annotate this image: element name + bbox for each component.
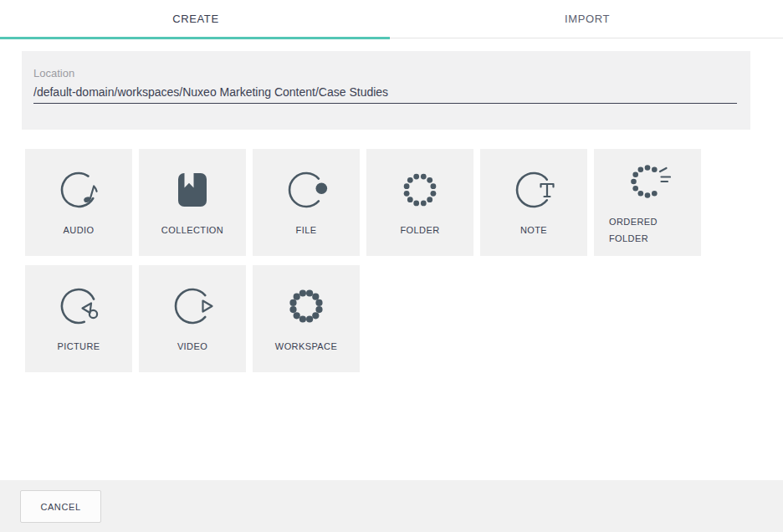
doc-type-grid: AUDIO COLLECTION FILE bbox=[25, 149, 783, 372]
footer-bar: CANCEL bbox=[0, 480, 783, 532]
tile-workspace[interactable]: WORKSPACE bbox=[253, 265, 360, 372]
tile-label: PICTURE bbox=[57, 338, 100, 355]
audio-icon bbox=[55, 166, 102, 213]
tile-ordered-folder[interactable]: ORDERED FOLDER bbox=[594, 149, 701, 256]
collection-icon bbox=[169, 166, 216, 213]
tile-picture[interactable]: PICTURE bbox=[25, 265, 132, 372]
folder-icon bbox=[397, 166, 443, 213]
tab-bar: CREATE IMPORT bbox=[0, 0, 783, 38]
tile-label: WORKSPACE bbox=[275, 338, 337, 355]
tile-label: VIDEO bbox=[177, 338, 207, 355]
tile-label: NOTE bbox=[520, 222, 547, 238]
tile-audio[interactable]: AUDIO bbox=[25, 149, 132, 256]
video-icon bbox=[169, 283, 216, 330]
tile-file[interactable]: FILE bbox=[253, 149, 360, 256]
tile-video[interactable]: VIDEO bbox=[139, 265, 246, 372]
tab-create[interactable]: CREATE bbox=[0, 0, 392, 38]
tile-note[interactable]: NOTE bbox=[480, 149, 587, 256]
tile-label: COLLECTION bbox=[161, 222, 223, 238]
location-panel: Location bbox=[22, 51, 750, 130]
tile-label: FILE bbox=[296, 222, 317, 238]
tile-label: AUDIO bbox=[64, 222, 95, 238]
note-icon bbox=[510, 166, 557, 213]
location-input[interactable] bbox=[33, 84, 737, 104]
tab-create-label: CREATE bbox=[172, 13, 218, 25]
cancel-button[interactable]: CANCEL bbox=[20, 490, 101, 523]
ordered-folder-icon bbox=[624, 158, 671, 205]
active-tab-indicator bbox=[0, 37, 390, 39]
tile-label: ORDERED FOLDER bbox=[609, 213, 686, 247]
tile-label: FOLDER bbox=[400, 222, 439, 238]
tab-import[interactable]: IMPORT bbox=[392, 0, 783, 38]
tile-collection[interactable]: COLLECTION bbox=[139, 149, 246, 256]
location-label: Location bbox=[33, 67, 737, 79]
tab-import-label: IMPORT bbox=[565, 13, 610, 25]
create-document-dialog: CREATE IMPORT Location AUDIO COLLECTION bbox=[0, 0, 783, 532]
picture-icon bbox=[55, 283, 102, 330]
tile-folder[interactable]: FOLDER bbox=[366, 149, 473, 256]
file-icon bbox=[283, 166, 330, 213]
workspace-icon bbox=[283, 283, 330, 330]
